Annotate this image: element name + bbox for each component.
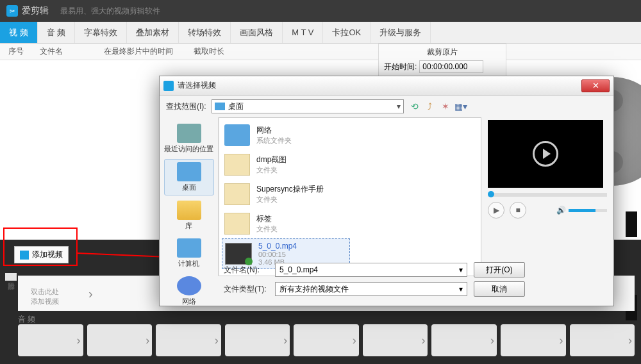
place-network[interactable]: 网络: [164, 274, 214, 309]
desktop-icon: [215, 103, 225, 110]
play-icon: [533, 141, 558, 167]
tab-karaoke[interactable]: 卡拉OK: [323, 22, 370, 43]
chevron-right-icon: ›: [560, 334, 563, 347]
up-icon[interactable]: ⤴: [424, 101, 436, 112]
crop-start-label: 开始时间:: [384, 62, 417, 72]
add-hint: 双击此处添加视频: [31, 287, 59, 306]
chevron-down-icon: ▾: [397, 102, 401, 111]
filename-input[interactable]: 5_0_0.mp4▾: [275, 263, 467, 277]
clip-slot[interactable]: ›: [501, 324, 566, 356]
chevron-right-icon: ›: [215, 334, 219, 347]
back-icon[interactable]: ⟲: [409, 101, 420, 112]
filetype-label: 文件类型(T):: [224, 284, 269, 295]
place-library[interactable]: 库: [164, 198, 214, 233]
file-item[interactable]: 网络系统文件夹: [222, 120, 478, 150]
dialog-titlebar: 请选择视频 ✕: [160, 76, 613, 95]
clip-slot[interactable]: ›: [363, 324, 428, 356]
chevron-right-icon: ›: [421, 334, 425, 347]
add-video-label: 添加视频: [32, 249, 63, 260]
app-header: ✂ 爱剪辑 最易用、强大的视频剪辑软件: [0, 0, 641, 22]
cancel-button[interactable]: 取消: [474, 281, 525, 297]
tab-transition[interactable]: 转场特效: [179, 22, 231, 43]
folder-icon: [224, 183, 250, 205]
crop-start-input[interactable]: [419, 60, 483, 73]
clip-table-header: 序号 文件名 在最终影片中的时间 截取时长: [0, 44, 641, 60]
chevron-right-icon: ›: [88, 286, 93, 301]
speaker-icon: 🔊: [556, 206, 566, 215]
clip-slot[interactable]: ›: [87, 324, 153, 356]
folder-icon: [224, 154, 250, 176]
clip-slot[interactable]: ›: [431, 324, 497, 356]
place-computer[interactable]: 计算机: [164, 236, 214, 271]
close-button[interactable]: ✕: [581, 79, 610, 92]
tab-overlay[interactable]: 叠加素材: [127, 22, 179, 43]
view-menu-icon[interactable]: ▦▾: [455, 101, 467, 112]
dialog-title: 请选择视频: [178, 80, 581, 91]
chevron-down-icon: ▾: [459, 265, 463, 274]
volume-slider[interactable]: [569, 209, 607, 212]
preview-pane: ▶ ■ 🔊: [485, 117, 613, 276]
filename-label: 文件名(N):: [224, 265, 269, 276]
clip-strip: › › › › › › › › ›: [18, 324, 635, 356]
chevron-right-icon: ›: [353, 334, 356, 347]
network-icon: [224, 124, 250, 146]
clip-slot[interactable]: ›: [570, 324, 635, 356]
col-duration: 截取时长: [186, 46, 250, 57]
folder-icon: [224, 213, 250, 235]
tab-video[interactable]: 视 频: [0, 22, 38, 43]
open-button[interactable]: 打开(O): [474, 262, 525, 277]
chevron-right-icon: ›: [77, 334, 81, 347]
track-label: 已添加片段: [5, 273, 17, 281]
clip-slot[interactable]: ›: [225, 324, 290, 356]
look-in-label: 查找范围(I):: [166, 101, 206, 112]
filetype-dropdown[interactable]: 所有支持的视频文件▾: [275, 282, 467, 296]
dialog-toolbar: 查找范围(I): 桌面 ▾ ⟲ ⤴ ✶ ▦▾: [160, 95, 613, 117]
tab-mtv[interactable]: M T V: [283, 22, 323, 43]
chevron-right-icon: ›: [283, 334, 287, 347]
chevron-down-icon: ▾: [459, 285, 463, 294]
chevron-right-icon: ›: [146, 334, 149, 347]
crop-title: 裁剪原片: [384, 47, 501, 60]
tab-upgrade[interactable]: 升级与服务: [370, 22, 431, 43]
stop-button[interactable]: ■: [510, 202, 526, 219]
col-index: 序号: [0, 46, 32, 57]
file-item[interactable]: Supersync操作手册文件夹: [222, 179, 478, 209]
look-in-dropdown[interactable]: 桌面 ▾: [212, 99, 404, 113]
look-in-value: 桌面: [228, 101, 244, 112]
chevron-right-icon: ›: [490, 334, 494, 347]
dialog-icon: [163, 81, 174, 91]
crop-panel: 裁剪原片 开始时间:: [378, 44, 506, 76]
file-open-dialog: 请选择视频 ✕ 查找范围(I): 桌面 ▾ ⟲ ⤴ ✶ ▦▾ 最近访问的位置 桌…: [159, 76, 614, 306]
col-time-in-final: 在最终影片中的时间: [96, 46, 186, 57]
audio-track-label: 音 频: [18, 314, 35, 325]
play-button[interactable]: ▶: [488, 202, 504, 219]
places-bar: 最近访问的位置 桌面 库 计算机 网络: [160, 117, 219, 276]
clip-slot[interactable]: ›: [294, 324, 359, 356]
side-marker: [626, 211, 637, 237]
file-item[interactable]: dmp截图文件夹: [222, 150, 478, 179]
chevron-right-icon: ›: [628, 334, 632, 347]
tab-style[interactable]: 画面风格: [231, 22, 283, 43]
place-desktop[interactable]: 桌面: [164, 159, 214, 195]
main-tabs: 视 频 音 频 字幕特效 叠加素材 转场特效 画面风格 M T V 卡拉OK 升…: [0, 22, 641, 44]
col-filename: 文件名: [32, 46, 96, 57]
place-recent[interactable]: 最近访问的位置: [164, 121, 214, 156]
app-logo-icon: ✂: [6, 5, 18, 17]
video-thumb-icon: [225, 243, 252, 265]
clip-slot[interactable]: ›: [156, 324, 221, 356]
film-icon: [20, 251, 29, 260]
app-slogan: 最易用、强大的视频剪辑软件: [60, 6, 160, 17]
file-list[interactable]: 网络系统文件夹 dmp截图文件夹 Supersync操作手册文件夹 标签文件夹 …: [219, 117, 481, 276]
volume-control[interactable]: 🔊: [556, 206, 607, 215]
preview-video[interactable]: [488, 120, 603, 188]
tab-subtitle[interactable]: 字幕特效: [75, 22, 127, 43]
clip-slot[interactable]: ›: [18, 324, 83, 356]
app-name: 爱剪辑: [22, 5, 49, 17]
preview-seek[interactable]: [488, 193, 607, 197]
file-item[interactable]: 标签文件夹: [222, 209, 478, 238]
tab-audio[interactable]: 音 频: [38, 22, 76, 43]
add-video-button[interactable]: 添加视频: [14, 246, 69, 263]
new-folder-icon[interactable]: ✶: [440, 101, 451, 112]
